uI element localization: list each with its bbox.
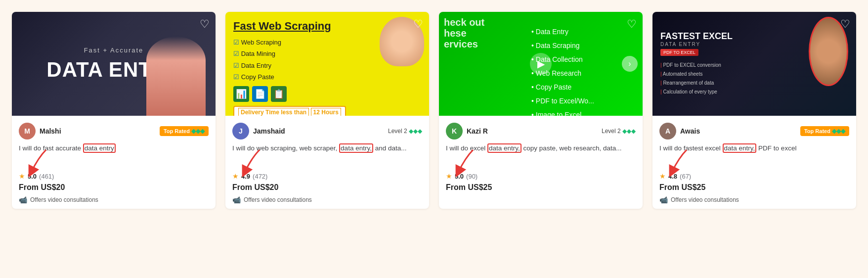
avatar-kazir: K (446, 123, 463, 139)
highlight-data-entry-3: data entry, (487, 143, 521, 153)
rating-row-1: ★ 5.0 (461) (19, 172, 209, 180)
seller-row-3: K Kazi R Level 2 ◆◆◆ (446, 123, 636, 139)
thumb4-title: FASTEST EXCEL (660, 31, 848, 42)
video-consult-4: 📹 Offers video consultations (659, 196, 849, 204)
rating-count-4: (67) (680, 173, 691, 180)
thumb3-overlay: heck out hese ervices (444, 17, 484, 49)
seller-name-jamshaid[interactable]: Jamshaid (253, 127, 285, 135)
highlight-data-entry-4: data entry, (723, 143, 757, 153)
card-body-1: M Malshi Top Rated ◆◆◆ I will do fast ac… (12, 116, 216, 209)
description-2: I will do web scraping, web scraper, dat… (232, 143, 422, 167)
card-thumbnail-1: Fast + Accurate DATA ENTRY ♡ (12, 12, 216, 116)
card-jamshaid: Fast Web Scraping Web Scraping Data Mini… (225, 12, 429, 209)
excel-icon: 📊 (233, 86, 249, 102)
heart-icon-2[interactable]: ♡ (413, 18, 423, 31)
thumb2-icons: 📊 📄 📋 (233, 86, 421, 102)
rating-score-2: 4.9 (241, 173, 250, 180)
thumb1-person (146, 37, 206, 116)
rating-score-1: 5.0 (28, 173, 37, 180)
badge-level2-3: Level 2 ◆◆◆ (602, 128, 636, 135)
seller-row-1: M Malshi Top Rated ◆◆◆ (19, 123, 209, 139)
video-consult-1: 📹 Offers video consultations (19, 196, 209, 204)
seller-name-malshi[interactable]: Malshi (40, 127, 61, 135)
card-thumbnail-3: heck out hese ervices Data Entry Data Sc… (439, 12, 643, 116)
heart-icon-3[interactable]: ♡ (627, 18, 637, 31)
delivery-badge: Delivery Time less than 12 Hours (233, 106, 346, 116)
heart-icon-4[interactable]: ♡ (840, 18, 850, 31)
rating-row-3: ★ 5.0 (90) (446, 172, 636, 180)
rating-count-2: (472) (253, 173, 267, 180)
card-body-4: A Awais Top Rated ◆◆◆ I will do fastest … (652, 116, 856, 209)
rating-score-3: 5.0 (455, 173, 464, 180)
badge-top-rated-1: Top Rated ◆◆◆ (160, 126, 209, 136)
seller-info-2: J Jamshaid (232, 123, 285, 139)
cards-grid: Fast + Accurate DATA ENTRY ♡ M Malshi To… (12, 12, 856, 209)
avatar-malshi: M (19, 123, 36, 139)
thumb4-subtitle: DATA ENTRY (660, 42, 848, 47)
seller-row-4: A Awais Top Rated ◆◆◆ (659, 123, 849, 139)
star-icon-2: ★ (232, 172, 239, 180)
card-body-3: K Kazi R Level 2 ◆◆◆ I will do excel dat… (439, 116, 643, 201)
video-consult-2: 📹 Offers video consultations (232, 196, 422, 204)
thumb4-features: PDF to EXCEL conversion Automated sheets… (660, 61, 848, 96)
card-awais: FASTEST EXCEL DATA ENTRY PDF TO EXCEL PD… (652, 12, 856, 209)
price-row-4: From US$25 (659, 183, 705, 192)
video-icon-2: 📹 (232, 196, 241, 204)
description-3: I will do excel data entry, copy paste, … (446, 143, 636, 167)
play-button-3[interactable]: ▶ (530, 53, 552, 75)
highlight-data-entry-2: data entry, (339, 143, 373, 153)
star-icon-3: ★ (446, 172, 452, 180)
heart-icon-1[interactable]: ♡ (200, 18, 210, 31)
card-malshi: Fast + Accurate DATA ENTRY ♡ M Malshi To… (12, 12, 216, 209)
rating-row-4: ★ 4.8 (67) (659, 172, 849, 180)
thumb1-top-text: Fast + Accurate (84, 46, 144, 54)
seller-info-3: K Kazi R (446, 123, 488, 139)
rating-score-4: 4.8 (668, 173, 677, 180)
card-thumbnail-2: Fast Web Scraping Web Scraping Data Mini… (225, 12, 429, 116)
csv-icon: 📄 (252, 86, 268, 102)
badge-level2-2: Level 2 ◆◆◆ (388, 128, 422, 135)
chevron-right-3[interactable]: › (622, 56, 638, 72)
seller-row-2: J Jamshaid Level 2 ◆◆◆ (232, 123, 422, 139)
highlight-data-entry-1: data entry (83, 143, 116, 153)
description-1: I will do fast accurate data entry (19, 143, 209, 167)
video-icon-1: 📹 (19, 196, 27, 204)
seller-info-4: A Awais (659, 123, 700, 139)
seller-info-1: M Malshi (19, 123, 61, 139)
card-body-2: J Jamshaid Level 2 ◆◆◆ I will do web scr… (225, 116, 429, 209)
sheets-icon: 📋 (271, 86, 287, 102)
rating-count-3: (90) (466, 173, 477, 180)
price-row-2: From US$20 (232, 183, 278, 192)
card-thumbnail-4: FASTEST EXCEL DATA ENTRY PDF TO EXCEL PD… (652, 12, 856, 116)
video-icon-4: 📹 (659, 196, 668, 204)
seller-name-awais[interactable]: Awais (680, 127, 700, 135)
thumb4-badge: PDF TO EXCEL (660, 49, 698, 56)
star-icon-1: ★ (19, 172, 25, 180)
description-4: I will do fastest excel data entry, PDF … (659, 143, 849, 167)
price-row-1: From US$20 (19, 183, 65, 192)
badge-top-rated-4: Top Rated ◆◆◆ (800, 126, 849, 136)
rating-row-2: ★ 4.9 (472) (232, 172, 422, 180)
star-icon-4: ★ (659, 172, 666, 180)
rating-count-1: (461) (39, 173, 54, 180)
avatar-awais: A (659, 123, 676, 139)
price-row-3: From US$25 (446, 183, 492, 192)
card-kazir: heck out hese ervices Data Entry Data Sc… (439, 12, 643, 209)
avatar-jamshaid: J (232, 123, 249, 139)
seller-name-kazir[interactable]: Kazi R (467, 127, 488, 135)
